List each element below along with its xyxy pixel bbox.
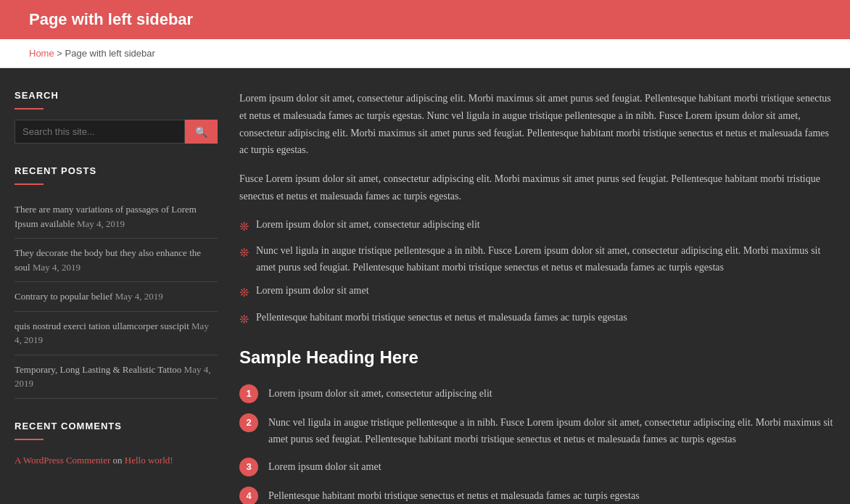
comment-author-link[interactable]: A WordPress Commenter (15, 455, 110, 466)
breadcrumb: Home > Page with left sidebar (0, 39, 850, 68)
bullet-list: ❊Lorem ipsum dolor sit amet, consectetur… (239, 217, 835, 329)
search-section-title: SEARCH (15, 90, 218, 101)
list-item: ❊Lorem ipsum dolor sit amet (239, 283, 835, 302)
number-badge: 4 (239, 487, 258, 504)
recent-comments-title: RECENT COMMENTS (15, 421, 218, 431)
list-item: There are many variations of passages of… (15, 195, 218, 239)
recent-posts-title: RECENT POSTS (15, 165, 218, 176)
post-link[interactable]: Contrary to popular belief May 4, 2019 (15, 291, 163, 302)
bullet-icon: ❊ (239, 218, 249, 236)
list-item: ❊Lorem ipsum dolor sit amet, consectetur… (239, 217, 835, 236)
list-item-text: Lorem ipsum dolor sit amet (256, 283, 369, 302)
numbered-item-text: Nunc vel ligula in augue tristique pelle… (268, 413, 835, 447)
numbered-item-text: Lorem ipsum dolor sit amet (268, 458, 381, 475)
recent-posts-divider (15, 183, 44, 185)
post-date: May 4, 2019 (115, 291, 163, 302)
search-form: 🔍 (15, 120, 218, 144)
breadcrumb-separator: > (57, 48, 62, 59)
post-date: May 4, 2019 (33, 262, 81, 273)
page-wrapper: SEARCH 🔍 RECENT POSTS There are many var… (0, 68, 850, 504)
post-link[interactable]: Temporary, Long Lasting & Realistic Tatt… (15, 364, 210, 389)
recent-posts-list: There are many variations of passages of… (15, 195, 218, 399)
search-divider (15, 108, 44, 110)
number-badge: 3 (239, 458, 258, 476)
bullet-icon: ❊ (239, 310, 249, 329)
numbered-item-text: Pellentesque habitant morbi tristique se… (268, 487, 640, 504)
list-item: 2Nunc vel ligula in augue tristique pell… (239, 413, 835, 447)
list-item-text: Lorem ipsum dolor sit amet, consectetur … (256, 217, 480, 236)
intro-paragraph-1: Lorem ipsum dolor sit amet, consectetur … (239, 90, 835, 159)
list-item: 1Lorem ipsum dolor sit amet, consectetur… (239, 384, 835, 403)
comment-post-link[interactable]: Hello world! (125, 455, 173, 466)
site-header: Page with left sidebar (0, 0, 850, 39)
post-link[interactable]: There are many variations of passages of… (15, 204, 197, 229)
search-section: SEARCH 🔍 (15, 90, 218, 144)
breadcrumb-current: Page with left sidebar (65, 48, 155, 59)
numbered-list: 1Lorem ipsum dolor sit amet, consectetur… (239, 384, 835, 504)
recent-comments-list: A WordPress Commenter on Hello world! (15, 450, 218, 471)
list-item: ❊Nunc vel ligula in augue tristique pell… (239, 243, 835, 276)
page-title: Page with left sidebar (29, 10, 821, 29)
post-date: May 4, 2019 (77, 218, 125, 229)
intro-paragraph-2: Fusce Lorem ipsum dolor sit amet, consec… (239, 170, 835, 205)
list-item-text: Nunc vel ligula in augue tristique pelle… (256, 243, 835, 276)
numbered-item-text: Lorem ipsum dolor sit amet, consectetur … (268, 384, 492, 402)
list-item: A WordPress Commenter on Hello world! (15, 450, 218, 471)
list-item: 4Pellentesque habitant morbi tristique s… (239, 487, 835, 504)
list-item: quis nostrud exerci tation ullamcorper s… (15, 312, 218, 355)
recent-posts-section: RECENT POSTS There are many variations o… (15, 165, 218, 399)
list-item: 3Lorem ipsum dolor sit amet (239, 458, 835, 476)
bullet-icon: ❊ (239, 244, 249, 276)
list-item: Temporary, Long Lasting & Realistic Tatt… (15, 355, 218, 399)
bullet-icon: ❊ (239, 284, 249, 302)
search-button[interactable]: 🔍 (185, 120, 218, 144)
list-item: They decorate the body but they also enh… (15, 239, 218, 282)
number-badge: 1 (239, 384, 258, 403)
list-item: ❊Pellentesque habitant morbi tristique s… (239, 310, 835, 329)
post-link[interactable]: They decorate the body but they also enh… (15, 247, 201, 273)
post-link[interactable]: quis nostrud exerci tation ullamcorper s… (15, 321, 209, 346)
recent-comments-section: RECENT COMMENTS A WordPress Commenter on… (15, 421, 218, 471)
list-item: Contrary to popular belief May 4, 2019 (15, 282, 218, 312)
sample-heading: Sample Heading Here (239, 343, 835, 373)
search-input[interactable] (15, 120, 185, 144)
number-badge: 2 (239, 413, 258, 432)
recent-comments-divider (15, 439, 44, 440)
sidebar: SEARCH 🔍 RECENT POSTS There are many var… (15, 90, 218, 504)
main-content: Lorem ipsum dolor sit amet, consectetur … (239, 90, 835, 504)
breadcrumb-home-link[interactable]: Home (29, 48, 54, 59)
list-item-text: Pellentesque habitant morbi tristique se… (256, 310, 627, 329)
post-date: May 4, 2019 (15, 364, 210, 389)
post-date: May 4, 2019 (15, 321, 209, 346)
